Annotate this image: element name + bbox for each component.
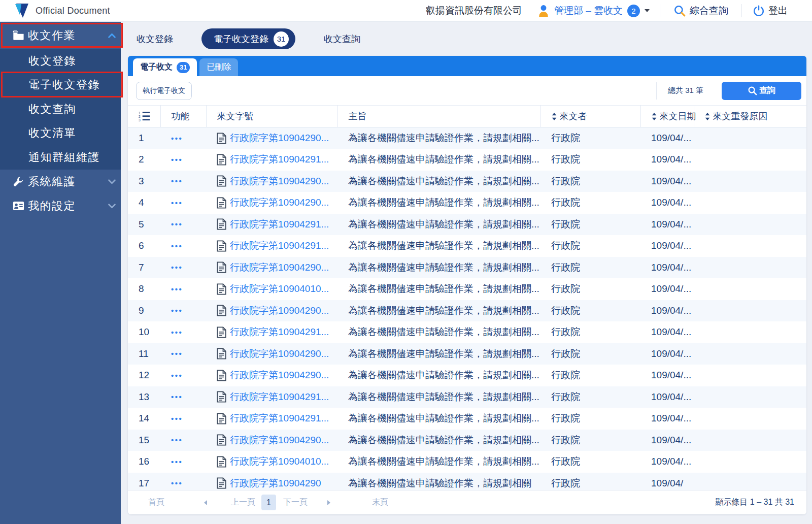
row-actions-button[interactable]: ••• xyxy=(160,171,206,192)
table-row[interactable]: 6 ••• 行政院字第10904291... 為讓各機關儘速申請驗證作業，請規劃… xyxy=(128,235,806,257)
page-first[interactable]: 首頁 xyxy=(148,497,164,508)
sidebar-item-label: 電子收文登錄 xyxy=(28,77,100,92)
table-row[interactable]: 2 ••• 行政院字第10904291... 為讓各機關儘速申請驗證作業，請規劃… xyxy=(128,149,806,171)
doc-number-link[interactable]: 行政院字第10904290... xyxy=(230,261,329,274)
tab-e-receive-register[interactable]: 電子收文登錄 31 xyxy=(201,28,295,49)
sidebar-item[interactable]: 收文清單 xyxy=(0,121,121,146)
table-row[interactable]: 8 ••• 行政院字第10904010... 為讓各機關儘速申請驗證作業，請規劃… xyxy=(128,278,806,300)
column-resend-reason[interactable]: 來文重發原因 xyxy=(694,106,806,127)
doc-number-link[interactable]: 行政院字第10904290... xyxy=(230,434,329,447)
page-last[interactable]: 末頁 xyxy=(372,497,388,508)
table-row[interactable]: 12 ••• 行政院字第10904290... 為讓各機關儘速申請驗證作業，請規… xyxy=(128,365,806,386)
table-row[interactable]: 3 ••• 行政院字第10904290... 為讓各機關儘速申請驗證作業，請規劃… xyxy=(128,171,806,192)
table-row[interactable]: 14 ••• 行政院字第10904291... 為讓各機關儘速申請驗證作業，請規… xyxy=(128,408,806,430)
table-row[interactable]: 9 ••• 行政院字第10904290... 為讓各機關儘速申請驗證作業，請規劃… xyxy=(128,300,806,322)
row-actions-button[interactable]: ••• xyxy=(160,473,206,490)
page-prev[interactable]: 上一頁 xyxy=(231,497,255,508)
doc-number-link[interactable]: 行政院字第10904291... xyxy=(230,153,329,166)
doc-number-link[interactable]: 行政院字第10904291... xyxy=(230,412,329,425)
sidebar-item[interactable]: 電子收文登錄 xyxy=(0,73,121,97)
sidebar-group-label: 收文作業 xyxy=(28,28,76,43)
column-doc-number[interactable]: 來文字號 xyxy=(206,106,337,127)
row-actions-button[interactable]: ••• xyxy=(160,278,206,300)
search-icon xyxy=(748,86,757,95)
doc-number-link[interactable]: 行政院字第10904290... xyxy=(230,369,329,382)
doc-number-link[interactable]: 行政院字第10904010... xyxy=(230,455,329,468)
doc-number-link[interactable]: 行政院字第10904291... xyxy=(230,390,329,404)
sidebar-group-system-maintain[interactable]: 系統維護 xyxy=(0,170,121,194)
column-subject[interactable]: 主旨 xyxy=(337,106,540,127)
tab-e-receive[interactable]: 電子收文 31 xyxy=(133,58,197,76)
logout-button[interactable]: 登出 xyxy=(742,0,812,21)
sidebar-group-my-settings[interactable]: 我的設定 xyxy=(0,194,121,218)
user-menu[interactable]: 管理部 – 雲收文 2 xyxy=(537,4,650,17)
total-count-label: 總共 31 筆 xyxy=(668,86,703,95)
table-row[interactable]: 5 ••• 行政院字第10904291... 為讓各機關儘速申請驗證作業，請規劃… xyxy=(128,214,806,236)
row-actions-button[interactable]: ••• xyxy=(160,127,206,149)
doc-number-link[interactable]: 行政院字第10904291... xyxy=(230,325,329,339)
query-button[interactable]: 查詢 xyxy=(722,82,801,100)
table-row[interactable]: 11 ••• 行政院字第10904290... 為讓各機關儘速申請驗證作業，請規… xyxy=(128,343,806,365)
column-date[interactable]: 來文日期 xyxy=(640,106,694,127)
row-actions-button[interactable]: ••• xyxy=(160,408,206,430)
table-row[interactable]: 4 ••• 行政院字第10904290... 為讓各機關儘速申請驗證作業，請規劃… xyxy=(128,192,806,214)
user-badge: 2 xyxy=(627,5,640,17)
column-actions[interactable]: 功能 xyxy=(160,106,206,127)
page-next[interactable]: 下一頁 xyxy=(283,497,308,508)
table-row[interactable]: 17 ••• 行政院字第10904290 為讓各機關儘速申請驗證作業，請規劃相關… xyxy=(128,473,806,490)
table-row[interactable]: 7 ••• 行政院字第10904290... 為讓各機關儘速申請驗證作業，請規劃… xyxy=(128,257,806,279)
row-sender: 行政院 xyxy=(540,408,640,430)
row-actions-button[interactable]: ••• xyxy=(160,149,206,171)
document-icon xyxy=(217,175,226,187)
global-search-button[interactable]: 綜合查詢 xyxy=(660,0,741,21)
row-date: 109/04/... xyxy=(640,149,694,171)
table-row[interactable]: 10 ••• 行政院字第10904291... 為讓各機關儘速申請驗證作業，請規… xyxy=(128,321,806,343)
doc-number-link[interactable]: 行政院字第10904290... xyxy=(230,347,329,361)
table-row[interactable]: 1 ••• 行政院字第10904290... 為讓各機關儘速申請驗證作業，請規劃… xyxy=(128,127,806,149)
sidebar-item[interactable]: 收文登錄 xyxy=(0,49,121,73)
doc-number-link[interactable]: 行政院字第10904290... xyxy=(230,196,329,209)
row-actions-button[interactable]: ••• xyxy=(160,192,206,214)
row-actions-button[interactable]: ••• xyxy=(160,451,206,473)
doc-number-link[interactable]: 行政院字第10904290... xyxy=(230,175,329,188)
power-icon xyxy=(753,5,764,16)
doc-number-link[interactable]: 行政院字第10904291... xyxy=(230,218,329,231)
tab-deleted[interactable]: 已刪除 xyxy=(199,58,238,76)
table-row[interactable]: 15 ••• 行政院字第10904290... 為讓各機關儘速申請驗證作業，請規… xyxy=(128,430,806,451)
row-sender: 行政院 xyxy=(540,343,640,365)
row-subject: 為讓各機關儘速申請驗證作業，請規劃相關... xyxy=(337,235,540,257)
tab-receive-register[interactable]: 收文登錄 xyxy=(137,33,173,45)
tab-receive-query[interactable]: 收文查詢 xyxy=(324,33,360,45)
doc-number-link[interactable]: 行政院字第10904290... xyxy=(230,304,329,317)
sidebar-group-receive-work[interactable]: 收文作業 xyxy=(0,22,121,49)
row-actions-button[interactable]: ••• xyxy=(160,430,206,451)
row-actions-button[interactable]: ••• xyxy=(160,235,206,257)
row-date: 109/04/... xyxy=(640,408,694,430)
table-row[interactable]: 16 ••• 行政院字第10904010... 為讓各機關儘速申請驗證作業，請規… xyxy=(128,451,806,473)
row-actions-button[interactable]: ••• xyxy=(160,343,206,365)
row-actions-button[interactable]: ••• xyxy=(160,365,206,386)
column-index[interactable]: 1 2 3 xyxy=(128,106,160,127)
user-menu-label: 管理部 – 雲收文 xyxy=(554,4,623,17)
table-row[interactable]: 13 ••• 行政院字第10904291... 為讓各機關儘速申請驗證作業，請規… xyxy=(128,386,806,408)
row-date: 109/04/... xyxy=(640,430,694,451)
page-current[interactable]: 1 xyxy=(261,495,276,510)
sidebar-item[interactable]: 通知群組維護 xyxy=(0,145,121,170)
page-prev-arrow-icon[interactable] xyxy=(204,500,207,505)
row-date: 109/04/... xyxy=(640,257,694,279)
doc-number-link[interactable]: 行政院字第10904290... xyxy=(230,132,329,145)
row-actions-button[interactable]: ••• xyxy=(160,257,206,279)
doc-number-link[interactable]: 行政院字第10904291... xyxy=(230,239,329,252)
row-index: 4 xyxy=(128,192,160,214)
row-actions-button[interactable]: ••• xyxy=(160,321,206,343)
row-actions-button[interactable]: ••• xyxy=(160,214,206,236)
execute-e-receive-button[interactable]: 執行電子收文 xyxy=(136,82,192,100)
documents-table: 1 2 3 功能 來文字號 主旨 來文者 xyxy=(128,105,806,490)
doc-number-link[interactable]: 行政院字第10904290 xyxy=(230,477,321,490)
page-next-arrow-icon[interactable] xyxy=(327,500,330,505)
sidebar-item[interactable]: 收文查詢 xyxy=(0,97,121,121)
row-actions-button[interactable]: ••• xyxy=(160,386,206,408)
row-actions-button[interactable]: ••• xyxy=(160,300,206,322)
doc-number-link[interactable]: 行政院字第10904010... xyxy=(230,282,329,296)
column-sender[interactable]: 來文者 xyxy=(540,106,640,127)
